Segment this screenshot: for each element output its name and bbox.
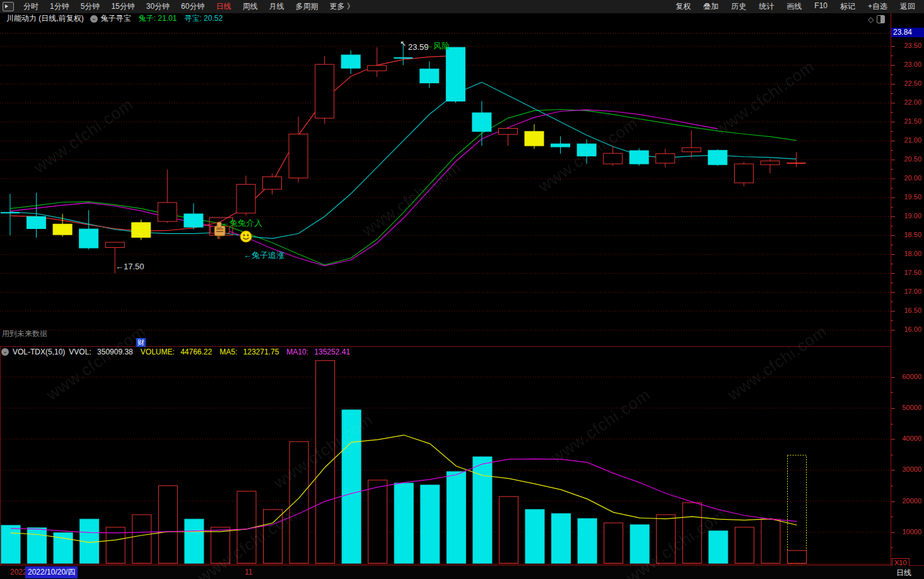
selected-date[interactable]: 2022/10/20/四 bbox=[25, 566, 78, 578]
axis-tick bbox=[891, 273, 895, 274]
volume-bar[interactable] bbox=[28, 528, 47, 563]
indicator-values: 兔子: 21.01寻宝: 20.52 bbox=[131, 13, 223, 24]
menu-item-4[interactable]: 30分钟 bbox=[141, 1, 175, 12]
indicator-name[interactable]: 兔子寻宝 bbox=[101, 13, 131, 24]
menu-item-6[interactable]: 日线 bbox=[210, 1, 237, 12]
volume-bar[interactable] bbox=[1, 525, 20, 563]
volume-bar[interactable] bbox=[421, 485, 440, 563]
volume-bar[interactable] bbox=[289, 442, 308, 563]
candle-body[interactable] bbox=[551, 144, 570, 147]
toolbar-item-8[interactable]: 返回 bbox=[894, 1, 921, 12]
candle-body[interactable] bbox=[472, 113, 491, 131]
volume-bar[interactable] bbox=[132, 515, 151, 563]
candle-body[interactable] bbox=[105, 242, 124, 247]
candle-body[interactable] bbox=[237, 184, 255, 213]
candle-body[interactable] bbox=[368, 66, 387, 71]
volume-bar[interactable] bbox=[342, 410, 361, 563]
axis-tick bbox=[891, 150, 893, 151]
volume-bar[interactable] bbox=[211, 527, 230, 563]
candle-body[interactable] bbox=[525, 131, 544, 146]
toolbar-item-7[interactable]: +自选 bbox=[862, 1, 894, 12]
volume-bar[interactable] bbox=[316, 361, 335, 563]
volume-bar[interactable] bbox=[525, 510, 544, 563]
main-price-chart[interactable] bbox=[0, 24, 891, 346]
axis-tick bbox=[891, 245, 893, 245]
axis-tick bbox=[891, 93, 893, 94]
menu-item-1[interactable]: 1分钟 bbox=[44, 1, 75, 12]
toolbar-menu: 复权叠加历史统计画线F10标记+自选返回 bbox=[669, 1, 924, 12]
volume-bar[interactable] bbox=[604, 523, 623, 563]
volume-bar[interactable] bbox=[552, 513, 571, 563]
candle-body[interactable] bbox=[263, 177, 282, 189]
toolbar-item-0[interactable]: 复权 bbox=[669, 1, 697, 12]
candle-body[interactable] bbox=[158, 202, 177, 221]
toolbar-item-2[interactable]: 历史 bbox=[725, 1, 752, 12]
candle-body[interactable] bbox=[577, 144, 596, 156]
volume-bar[interactable] bbox=[735, 527, 754, 563]
volume-bar[interactable] bbox=[264, 510, 283, 563]
menu-item-9[interactable]: 多周期 bbox=[289, 1, 324, 12]
candle-body[interactable] bbox=[341, 55, 360, 68]
candle-body[interactable] bbox=[446, 47, 465, 101]
diamond-icon[interactable]: ◇ bbox=[868, 16, 874, 23]
candle-body[interactable] bbox=[289, 134, 308, 178]
menu-item-10[interactable]: 更多 》 bbox=[324, 1, 360, 12]
candle-body[interactable] bbox=[604, 153, 623, 164]
candle-body[interactable] bbox=[79, 229, 98, 248]
volume-dropdown-icon[interactable]: ⌄ bbox=[1, 348, 9, 356]
toolbar-item-1[interactable]: 叠加 bbox=[697, 1, 725, 12]
candle-body[interactable] bbox=[27, 216, 46, 228]
axis-tick bbox=[891, 455, 893, 455]
menu-item-0[interactable]: 分时 bbox=[18, 1, 44, 12]
candle-body[interactable] bbox=[53, 224, 72, 235]
toolbar-item-4[interactable]: 画线 bbox=[780, 1, 808, 12]
menu-item-2[interactable]: 5分钟 bbox=[75, 1, 106, 12]
period-label[interactable]: 日线 bbox=[896, 568, 911, 578]
volume-bar[interactable] bbox=[761, 519, 780, 563]
candle-body[interactable] bbox=[498, 129, 517, 135]
financial-report-marker[interactable]: 财 bbox=[136, 338, 146, 347]
volume-label: 40000 bbox=[894, 435, 921, 442]
split-panel-icon[interactable] bbox=[877, 15, 885, 23]
axis-tick bbox=[891, 283, 893, 283]
indicator-dropdown-icon[interactable]: ⌄ bbox=[90, 15, 98, 23]
volume-bar[interactable] bbox=[788, 551, 807, 563]
price-label: 23.00 bbox=[894, 61, 921, 68]
volume-bar[interactable] bbox=[630, 525, 649, 563]
candle-body[interactable] bbox=[420, 69, 439, 83]
candle-body[interactable] bbox=[629, 151, 648, 164]
menu-item-8[interactable]: 月线 bbox=[263, 1, 289, 12]
volume-chart[interactable] bbox=[0, 346, 891, 565]
candle-body[interactable] bbox=[682, 148, 701, 152]
indicator-line bbox=[10, 82, 797, 238]
candle-body[interactable] bbox=[761, 161, 780, 165]
volume-bar[interactable] bbox=[682, 503, 701, 563]
volume-bar[interactable] bbox=[578, 518, 597, 563]
volume-bar[interactable] bbox=[185, 519, 204, 563]
candle-body[interactable] bbox=[184, 214, 203, 227]
menu-item-3[interactable]: 15分钟 bbox=[105, 1, 140, 12]
volume-bar[interactable] bbox=[499, 496, 518, 563]
candle-body[interactable] bbox=[734, 164, 753, 183]
candle-body[interactable] bbox=[656, 154, 675, 163]
candle-body[interactable] bbox=[132, 223, 151, 237]
candle-body[interactable] bbox=[315, 64, 334, 118]
toolbar-item-5[interactable]: F10 bbox=[808, 1, 834, 12]
status-bar: 2022 2022/10/20/四 11 日线 bbox=[0, 566, 924, 579]
volume-bar[interactable] bbox=[447, 472, 465, 563]
price-axis[interactable]: 23.5023.0022.5022.0021.5021.0020.5020.00… bbox=[891, 13, 924, 565]
price-label: 22.00 bbox=[894, 98, 921, 106]
volume-bar[interactable] bbox=[158, 486, 177, 563]
volume-bar[interactable] bbox=[394, 483, 413, 563]
axis-tick bbox=[891, 377, 895, 378]
menu-item-5[interactable]: 60分钟 bbox=[175, 1, 210, 12]
volume-bar[interactable] bbox=[657, 515, 675, 563]
menu-item-7[interactable]: 周线 bbox=[237, 1, 263, 12]
toolbar-item-6[interactable]: 标记 bbox=[834, 1, 862, 12]
axis-tick bbox=[891, 103, 895, 103]
app-logo-icon[interactable] bbox=[3, 2, 14, 11]
volume-bar[interactable] bbox=[368, 480, 387, 563]
toolbar-item-3[interactable]: 统计 bbox=[752, 1, 780, 12]
candle-body[interactable] bbox=[708, 150, 727, 165]
volume-bar[interactable] bbox=[709, 531, 728, 563]
